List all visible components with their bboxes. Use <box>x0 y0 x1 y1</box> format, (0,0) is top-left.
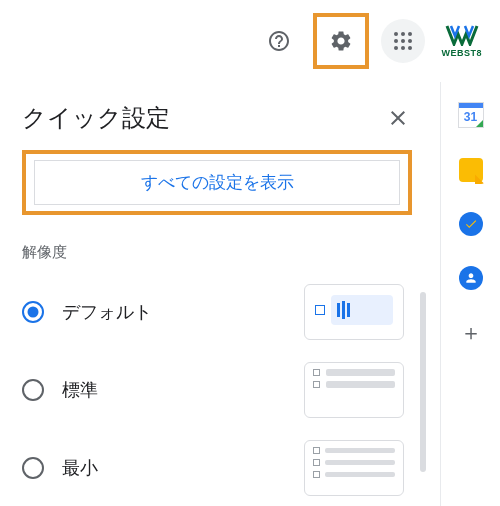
density-preview-standard <box>304 362 404 418</box>
radio-icon <box>22 457 44 479</box>
svg-point-7 <box>401 46 405 50</box>
density-option-compact[interactable]: 最小 <box>22 440 404 496</box>
contacts-app-icon[interactable] <box>459 266 483 290</box>
density-options: デフォルト 標準 最小 <box>22 284 440 496</box>
density-option-label: 標準 <box>62 378 286 402</box>
keep-app-icon[interactable] <box>459 158 483 182</box>
svg-point-5 <box>408 39 412 43</box>
panel-title: クイック設定 <box>22 102 170 134</box>
svg-point-6 <box>394 46 398 50</box>
svg-point-0 <box>394 32 398 36</box>
panel-header: クイック設定 <box>22 100 440 136</box>
all-settings-button[interactable]: すべての設定を表示 <box>34 160 400 205</box>
tasks-app-icon[interactable] <box>459 212 483 236</box>
density-option-default[interactable]: デフォルト <box>22 284 404 340</box>
density-option-label: 最小 <box>62 456 286 480</box>
brand-text: WEBST8 <box>441 48 482 58</box>
side-panel: 31 ＋ <box>440 82 500 506</box>
svg-point-3 <box>394 39 398 43</box>
radio-icon <box>22 301 44 323</box>
calendar-day: 31 <box>464 110 477 124</box>
help-icon <box>267 29 291 53</box>
radio-icon <box>22 379 44 401</box>
calendar-app-icon[interactable]: 31 <box>458 102 484 128</box>
gear-icon <box>329 29 353 53</box>
density-option-standard[interactable]: 標準 <box>22 362 404 418</box>
apps-button[interactable] <box>381 19 425 63</box>
svg-point-4 <box>401 39 405 43</box>
main-layout: クイック設定 すべての設定を表示 解像度 デフォルト 標準 <box>0 82 500 506</box>
svg-point-1 <box>401 32 405 36</box>
close-icon <box>386 106 410 130</box>
svg-point-8 <box>408 46 412 50</box>
brand-logo-block: WEBST8 <box>441 24 482 58</box>
plus-icon: ＋ <box>460 318 482 348</box>
tasks-icon <box>464 217 478 231</box>
app-header: WEBST8 <box>0 0 500 82</box>
svg-point-2 <box>408 32 412 36</box>
settings-button[interactable] <box>321 21 361 61</box>
apps-icon <box>391 29 415 53</box>
density-preview-compact <box>304 440 404 496</box>
density-section-label: 解像度 <box>22 243 440 262</box>
quick-settings-panel: クイック設定 すべての設定を表示 解像度 デフォルト 標準 <box>0 82 440 506</box>
close-button[interactable] <box>380 100 416 136</box>
add-app-button[interactable]: ＋ <box>458 320 484 346</box>
brand-logo-icon <box>445 24 479 46</box>
settings-highlight-box <box>313 13 369 69</box>
person-icon <box>464 271 478 285</box>
density-preview-default <box>304 284 404 340</box>
density-option-label: デフォルト <box>62 300 286 324</box>
all-settings-highlight-box: すべての設定を表示 <box>22 150 412 215</box>
scrollbar[interactable] <box>420 292 426 472</box>
help-button[interactable] <box>257 19 301 63</box>
